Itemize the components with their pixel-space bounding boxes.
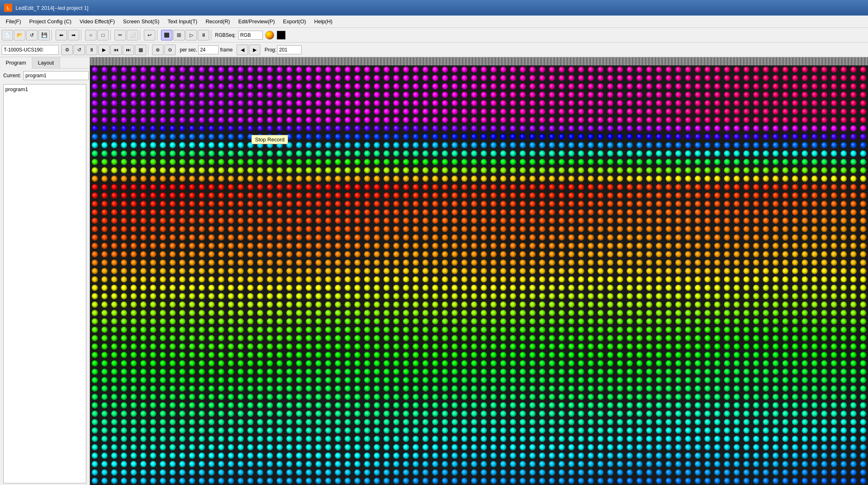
- play-button[interactable]: ▷: [186, 30, 197, 40]
- title-bar: L LedEdit_T 2014[--led project 1]: [0, 0, 868, 16]
- tab-program[interactable]: Program: [0, 57, 32, 69]
- main-area: Program Layout Current: program1 Stop Re…: [0, 57, 868, 485]
- panel-tabs: Program Layout: [0, 57, 89, 69]
- new-button[interactable]: 📄: [2, 30, 13, 40]
- undo-button[interactable]: ↩: [144, 30, 155, 40]
- svg-rect-0: [164, 33, 169, 38]
- stop-record-tooltip: Stop Record: [251, 135, 288, 144]
- toolbar2: ⚙ ↺ ⏸ ▶ ⏮ ⏭ ▦ ⊕ ⊖ per sec. frame ◀ ▶ Pro…: [0, 42, 868, 57]
- prev-button[interactable]: ⏮: [110, 45, 122, 55]
- sep6: [211, 30, 213, 40]
- square-hollow-button[interactable]: □: [97, 30, 109, 40]
- toolbar1: 📄 📂 ↺ 💾 ⬅ ➡ ○ □ ✂ ⬜ ↩ ▷ ⏸ RGBSeq:: [0, 28, 868, 42]
- tab-layout[interactable]: Layout: [32, 57, 60, 68]
- program-list: program1: [3, 84, 86, 483]
- menu-text-input[interactable]: Text Input(T): [163, 17, 201, 26]
- zoom-out-button[interactable]: ⊖: [164, 45, 176, 55]
- color-wheel-icon[interactable]: [265, 31, 274, 40]
- menu-file[interactable]: File(F): [2, 17, 25, 26]
- open-button[interactable]: 📂: [14, 30, 25, 40]
- rgbseq-label: RGBSeq:: [215, 32, 236, 38]
- svg-rect-1: [177, 33, 181, 37]
- menu-bar: File(F) Project Config (C) Video Effect(…: [0, 16, 868, 28]
- program-item[interactable]: program1: [5, 86, 84, 92]
- current-label: Current:: [3, 73, 21, 78]
- sep7: [148, 45, 150, 55]
- zoom-in-button[interactable]: ⊕: [152, 45, 163, 55]
- record-button[interactable]: [161, 30, 172, 40]
- app-icon: L: [4, 4, 12, 12]
- menu-export[interactable]: Export(O): [279, 17, 310, 26]
- menu-record[interactable]: Record(R): [201, 17, 234, 26]
- frame-next-button[interactable]: ▶: [249, 45, 260, 55]
- menu-help[interactable]: Help(H): [310, 17, 337, 26]
- refresh-button[interactable]: ↺: [26, 30, 38, 40]
- frame-label: frame: [220, 47, 233, 53]
- menu-edit-preview[interactable]: Edit/Preview(P): [234, 17, 279, 26]
- device-refresh-button[interactable]: ↺: [74, 45, 85, 55]
- left-panel: Program Layout Current: program1: [0, 57, 90, 485]
- copy-button[interactable]: ⬜: [127, 30, 138, 40]
- prog-label: Prog:: [264, 47, 276, 53]
- menu-video-effect[interactable]: Video Effect(F): [76, 17, 119, 26]
- cut-button[interactable]: ✂: [114, 30, 126, 40]
- fps-input[interactable]: [198, 45, 219, 54]
- circle-hollow-button[interactable]: ○: [85, 30, 96, 40]
- frame-prev-button[interactable]: ◀: [237, 45, 248, 55]
- current-program-input[interactable]: [23, 71, 89, 80]
- led-canvas: [90, 65, 868, 485]
- menu-screen-shot[interactable]: Screen Shot(S): [119, 17, 163, 26]
- current-program-row: Current:: [0, 69, 89, 83]
- led-grid: [90, 65, 868, 485]
- app-title: LedEdit_T 2014[--led project 1]: [16, 5, 88, 11]
- sep2: [81, 30, 83, 40]
- sep5: [157, 30, 159, 40]
- black-square-button[interactable]: [277, 31, 286, 40]
- grid-button[interactable]: ▦: [135, 45, 146, 55]
- next-button[interactable]: ⏭: [123, 45, 134, 55]
- export-button[interactable]: ➡: [68, 30, 79, 40]
- save-button[interactable]: 💾: [38, 30, 50, 40]
- fps-label: per sec.: [180, 47, 197, 53]
- timeline-strip: [90, 57, 868, 65]
- menu-project-config[interactable]: Project Config (C): [25, 17, 76, 26]
- device-input[interactable]: [2, 45, 59, 55]
- play-transport-button[interactable]: ▶: [98, 45, 110, 55]
- device-config-button[interactable]: ⚙: [61, 45, 73, 55]
- prog-input[interactable]: [277, 45, 302, 54]
- pause-button[interactable]: ⏸: [198, 30, 209, 40]
- sep1: [51, 30, 54, 40]
- import-button[interactable]: ⬅: [56, 30, 67, 40]
- canvas-area: Stop Record: [90, 57, 868, 485]
- pause-transport-button[interactable]: ⏸: [86, 45, 97, 55]
- rgbseq-input[interactable]: [238, 31, 263, 40]
- sep3: [110, 30, 113, 40]
- sep4: [140, 30, 142, 40]
- stop-record-button[interactable]: [173, 30, 185, 40]
